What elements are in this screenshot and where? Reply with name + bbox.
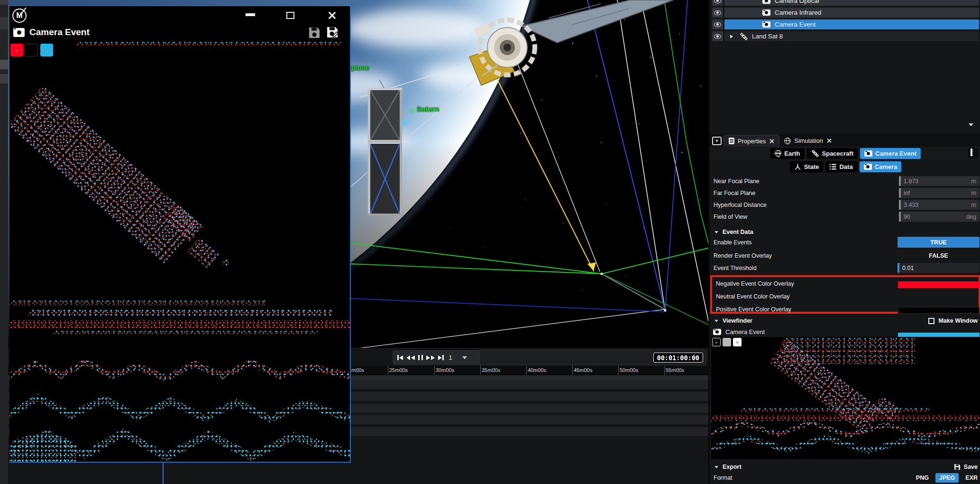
breadcrumb: Earth Spacecraft Camera Event [710,147,980,160]
negative-color-button[interactable]: - [10,44,23,56]
tick-mark [388,366,388,375]
property-row: Negative Event Color Overlay [712,279,979,289]
tick-label: 30m00s [436,367,454,373]
format-option-jpeg[interactable]: JPEG [935,473,959,483]
right-panel: Camera Optical Camera Infrared Camera Ev… [708,0,980,484]
skip-start-button[interactable] [397,354,403,361]
property-row: Far Focal Plane infm [710,188,980,198]
format-row: Format PNG JPEG EXR [710,473,980,483]
tick-label: 35m00s [482,367,500,373]
fast-forward-button[interactable] [426,354,435,361]
visibility-eye-button[interactable] [712,31,723,41]
tree-item-camera-infrared[interactable]: Camera Infrared [724,8,979,18]
expand-caret-icon[interactable] [730,35,733,38]
negative-color-swatch[interactable] [898,281,980,288]
render-event-overlay-toggle[interactable]: FALSE [898,252,980,259]
breadcrumb-label: Earth [784,150,800,157]
visibility-eye-button[interactable] [712,19,723,29]
property-value: 1.873 [904,178,918,185]
hyperfocal-distance-field[interactable]: 3.433m [899,200,980,210]
event-threshold-input[interactable]: 0.01 [898,263,980,273]
close-button[interactable] [328,11,336,19]
positive-color-button[interactable]: + [40,44,53,56]
section-title: Viewfinder [723,317,752,324]
visibility-eye-button[interactable] [712,0,723,6]
enable-events-toggle[interactable]: TRUE [898,237,980,248]
tick-mark [480,366,481,375]
subtab-bar: State Data Camera [710,160,980,173]
tree-item-camera-event[interactable]: Camera Event [724,19,979,29]
left-strip-icon[interactable] [0,74,8,84]
property-row: Enable Events TRUE [710,237,980,247]
skip-end-button[interactable] [438,354,444,361]
minimize-button[interactable] [246,13,255,16]
tab-simulation[interactable]: Simulation [779,135,836,147]
event-camera-view[interactable] [9,40,350,462]
camera-icon [762,0,770,4]
property-unit: m [971,202,976,208]
camera-event-window[interactable]: M Camera Event [9,6,351,463]
speed-dropdown-caret[interactable] [462,356,467,359]
save-button[interactable]: Save [954,464,978,470]
close-tab-icon[interactable] [769,139,774,144]
lock-button[interactable] [968,148,979,158]
pause-button[interactable] [418,354,423,361]
section-export[interactable]: Export Save [710,462,980,472]
section-viewfinder[interactable]: Viewfinder Make Window [710,316,980,326]
preview-negative-color-button[interactable]: - [712,338,721,346]
add-panel-icon[interactable]: + [712,137,722,145]
tick-label: 25m00s [389,367,408,373]
field-of-view-field[interactable]: 90deg [899,212,980,222]
format-option-exr[interactable]: EXR [965,475,978,481]
neutral-color-button[interactable] [25,44,37,56]
tick-mark [572,366,573,375]
tree-item-land-sat-8[interactable]: Land Sat 8 [724,31,979,41]
format-option-png[interactable]: PNG [916,475,929,481]
subtab-camera[interactable]: Camera [860,161,902,172]
app-logo-icon: M [12,9,27,23]
rewind-button[interactable] [406,354,415,361]
list-icon [830,164,836,170]
property-row: Near Focal Plane 1.873m [710,176,980,186]
property-label: Far Focal Plane [714,190,755,196]
close-tab-icon[interactable] [826,138,832,143]
breadcrumb-camera-event[interactable]: Camera Event [860,148,921,159]
save-label: Save [964,464,978,470]
preview-neutral-color-button[interactable] [723,338,731,346]
property-row: Event Threshold 0.01 [710,263,980,273]
eye-icon [714,22,721,27]
property-label: Negative Event Color Overlay [716,280,794,287]
camera-icon [713,329,721,335]
visibility-eye-button[interactable] [712,8,723,18]
annotation-red-box: Negative Event Color Overlay Neutral Eve… [710,275,980,314]
playback-speed[interactable]: 1 [449,354,452,361]
breadcrumb-spacecraft[interactable]: Spacecraft [807,148,858,159]
breadcrumb-earth[interactable]: Earth [770,148,804,159]
near-focal-plane-field[interactable]: 1.873m [899,176,980,186]
maximize-button[interactable] [286,12,294,19]
make-window-control[interactable]: Make Window [928,317,978,324]
satellite-icon [811,149,819,158]
section-event-data[interactable]: Event Data [710,227,980,237]
subtab-data[interactable]: Data [825,161,857,172]
panel-dropdown-caret[interactable] [969,123,973,126]
subtab-label: State [804,163,819,170]
save-as-button[interactable] [326,26,339,41]
tree-item-label: Camera Event [775,21,815,28]
save-image-button[interactable] [308,27,321,41]
subtab-state[interactable]: State [790,161,824,172]
property-label: Hyperfocal Distance [714,202,767,208]
preview-positive-color-button[interactable]: + [733,338,742,346]
tab-properties[interactable]: Properties [724,135,779,147]
property-value: 0.01 [902,265,914,271]
tree-item-camera-optical[interactable]: Camera Optical [724,0,979,6]
eye-icon [714,34,721,39]
playback-controls: 1 [393,350,484,365]
camera-icon [864,164,872,170]
viewfinder-preview[interactable] [711,337,980,459]
far-focal-plane-field[interactable]: infm [899,188,980,198]
left-strip-icon[interactable] [0,60,8,69]
tree-item-label: Camera Infrared [775,9,821,16]
property-row: Field of View 90deg [710,212,980,222]
timeline-time-field[interactable]: 00:01:00:00 [479,350,706,365]
